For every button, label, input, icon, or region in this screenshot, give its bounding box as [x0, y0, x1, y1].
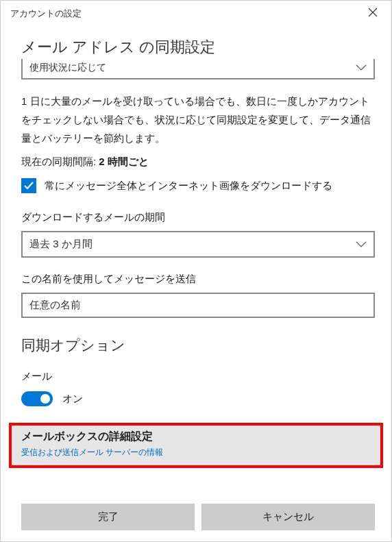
settings-window: アカウントの設定 メール アドレス の同期設定 使用状況に応じて 1 日に大量の…: [0, 0, 392, 542]
chevron-down-icon: [356, 62, 367, 73]
chevron-down-icon: [356, 238, 367, 250]
send-name-label: この名前を使用してメッセージを送信: [21, 273, 375, 286]
mail-toggle-row: オン: [21, 391, 375, 406]
download-period-dropdown[interactable]: 過去 3 か月間: [21, 231, 375, 258]
download-period-label: ダウンロードするメールの期間: [21, 211, 375, 224]
advanced-title: メールボックスの詳細設定: [21, 430, 371, 444]
description-text: 1 日に大量のメールを受け取っている場合でも、数日に一度しかアカウントをチェック…: [21, 92, 375, 147]
usage-dropdown-value: 使用状況に応じて: [29, 62, 106, 74]
titlebar: アカウントの設定: [1, 1, 391, 25]
close-button[interactable]: [364, 6, 382, 21]
mail-toggle-state: オン: [62, 393, 83, 406]
content-area: メール アドレス の同期設定 使用状況に応じて 1 日に大量のメールを受け取って…: [1, 25, 391, 495]
toggle-knob: [40, 394, 50, 404]
download-full-checkbox[interactable]: [21, 178, 36, 193]
checkmark-icon: [23, 180, 34, 191]
sync-interval-label: 現在の同期間隔:: [21, 156, 96, 167]
button-row: 完了 キャンセル: [1, 495, 391, 541]
send-name-input[interactable]: [21, 293, 375, 318]
done-button[interactable]: 完了: [21, 504, 195, 530]
sync-settings-heading: メール アドレス の同期設定: [21, 37, 375, 58]
download-period-value: 過去 3 か月間: [29, 238, 93, 251]
sync-options-heading: 同期オプション: [21, 336, 375, 355]
download-full-label: 常にメッセージ全体とインターネット画像をダウンロードする: [45, 180, 332, 193]
mail-toggle-label: メール: [21, 370, 375, 383]
advanced-subtitle: 受信および送信メール サーバーの情報: [21, 447, 371, 458]
close-icon: [368, 8, 378, 17]
window-title: アカウントの設定: [10, 8, 82, 20]
usage-dropdown[interactable]: 使用状況に応じて: [21, 59, 375, 79]
cancel-button[interactable]: キャンセル: [201, 504, 375, 530]
advanced-mailbox-settings[interactable]: メールボックスの詳細設定 受信および送信メール サーバーの情報: [9, 423, 383, 468]
sync-interval-value: 2 時間ごと: [99, 156, 149, 167]
sync-interval-line: 現在の同期間隔: 2 時間ごと: [21, 156, 375, 169]
mail-toggle[interactable]: [21, 391, 53, 406]
download-full-checkbox-row[interactable]: 常にメッセージ全体とインターネット画像をダウンロードする: [21, 178, 375, 193]
